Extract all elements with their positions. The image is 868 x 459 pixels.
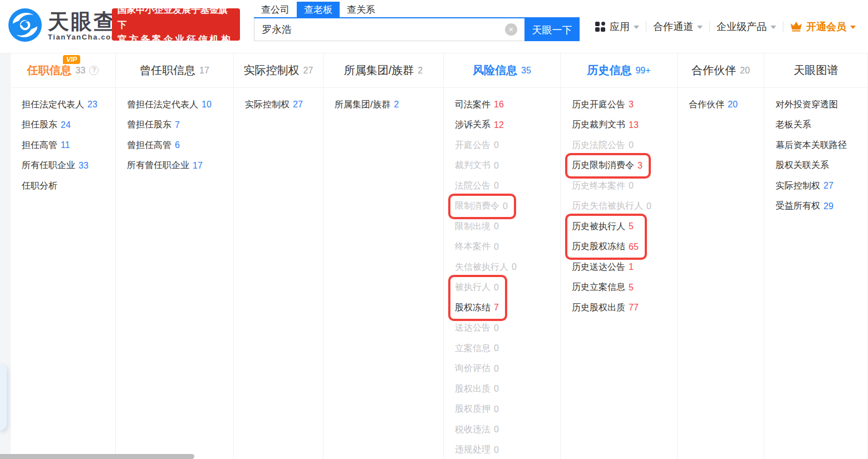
column-header-past-positions[interactable]: 曾任职信息17 xyxy=(116,53,233,88)
search-tab[interactable]: 查公司 xyxy=(254,2,297,17)
list-item[interactable]: 违规处理0 xyxy=(455,440,560,459)
list-item[interactable]: 立案信息0 xyxy=(455,338,560,359)
nav-item-item-2[interactable]: 企业级产品 xyxy=(710,20,783,33)
list-item[interactable]: 历史立案信息5 xyxy=(572,278,677,298)
result-category-columns: 任职信息33VIP?担任法定代表人23担任股东24担任高管11所有任职企业33任… xyxy=(0,53,868,459)
item-count: 0 xyxy=(494,323,499,333)
item-label: 股权出质 xyxy=(455,383,491,395)
search-button[interactable]: 天眼一下 xyxy=(524,18,580,41)
list-item[interactable]: 历史股权出质77 xyxy=(572,298,677,318)
list-item[interactable]: 股权关联关系 xyxy=(776,156,867,176)
column-count: 17 xyxy=(199,66,209,76)
list-item[interactable]: 限制消费令0 xyxy=(455,196,508,217)
list-item[interactable]: 曾担任股东7 xyxy=(127,115,233,136)
list-item[interactable]: 曾担任高管6 xyxy=(127,135,233,156)
tianyancha-logo[interactable]: 天眼查 TianYanCha.com xyxy=(8,8,119,45)
column-items: 对外投资穿透图老板关系幕后资本关联路径股权关联关系实际控制权27受益所有权29 xyxy=(764,88,867,216)
list-item[interactable]: 所属集团/族群2 xyxy=(335,95,443,115)
item-count: 20 xyxy=(728,100,738,110)
column-header-group[interactable]: 所属集团/族群2 xyxy=(323,53,443,88)
column-header-partners[interactable]: 合作伙伴20 xyxy=(678,53,764,88)
item-count: 0 xyxy=(494,283,499,293)
column-header-graph[interactable]: 天眼图谱 xyxy=(764,53,867,88)
list-item[interactable]: 询价评估0 xyxy=(455,359,560,379)
column-history: 历史信息99+历史开庭公告3历史裁判文书13历史法院公告0历史限制消费令3历史终… xyxy=(561,53,678,459)
list-item[interactable]: 终本案件0 xyxy=(455,237,560,258)
list-item[interactable]: 老板关系 xyxy=(776,115,867,136)
list-item[interactable]: 所有曾任职企业17 xyxy=(127,156,233,176)
clear-search-icon[interactable]: × xyxy=(505,23,517,36)
column-header-positions[interactable]: 任职信息33VIP? xyxy=(11,53,115,88)
nav-item-label: 应用 xyxy=(610,20,630,33)
list-item[interactable]: 受益所有权29 xyxy=(776,196,867,217)
list-item[interactable]: 司法案件16 xyxy=(455,95,560,115)
item-label: 历史失信被执行人 xyxy=(572,200,643,212)
item-count: 0 xyxy=(494,181,499,191)
list-item[interactable]: 历史被执行人5 xyxy=(572,216,639,237)
item-count: 17 xyxy=(193,161,203,171)
list-item[interactable]: 限制出境0 xyxy=(455,216,560,237)
list-item[interactable]: 送达公告0 xyxy=(455,318,560,339)
nav-item-item-1[interactable]: 合作通道 xyxy=(646,20,709,33)
list-item[interactable]: 历史终本案件0 xyxy=(572,176,677,196)
item-label: 送达公告 xyxy=(455,322,491,334)
nav-item-apps[interactable]: 应用 xyxy=(588,20,646,33)
item-label: 历史送达公告 xyxy=(572,261,625,273)
list-item[interactable]: 曾担任法定代表人10 xyxy=(127,95,233,115)
item-label: 税收违法 xyxy=(455,424,491,436)
column-header-history[interactable]: 历史信息99+ xyxy=(561,53,677,88)
list-item[interactable]: 担任股东24 xyxy=(22,115,115,136)
item-count: 11 xyxy=(61,140,70,150)
collapsed-side-widget[interactable] xyxy=(0,364,7,430)
list-item[interactable]: 历史限制消费令3 xyxy=(572,156,643,176)
item-count: 0 xyxy=(503,201,508,211)
list-item[interactable]: 历史送达公告1 xyxy=(572,257,677,278)
list-item[interactable]: 所有任职企业33 xyxy=(22,156,115,176)
list-item[interactable]: 幕后资本关联路径 xyxy=(776,135,867,156)
search-tab[interactable]: 查老板 xyxy=(297,2,340,17)
item-label: 受益所有权 xyxy=(776,200,820,212)
list-item[interactable]: 股权冻结7 xyxy=(455,298,499,318)
horizontal-scrollbar-thumb[interactable] xyxy=(0,454,194,459)
list-item[interactable]: 任职分析 xyxy=(22,176,115,196)
list-item[interactable]: 股权出质0 xyxy=(455,379,560,399)
list-item[interactable]: 担任高管11 xyxy=(22,135,115,156)
search-input[interactable] xyxy=(254,18,524,41)
column-past-positions: 曾任职信息17曾担任法定代表人10曾担任股东7曾担任高管6所有曾任职企业17 xyxy=(116,53,234,459)
column-group: 所属集团/族群2所属集团/族群2 xyxy=(323,53,444,459)
vip-badge: VIP xyxy=(63,55,80,64)
list-item[interactable]: 历史股权冻结65 xyxy=(572,237,639,258)
item-label: 询价评估 xyxy=(455,363,491,374)
item-label: 司法案件 xyxy=(455,99,491,111)
list-item[interactable]: 实际控制权27 xyxy=(245,95,323,115)
column-header-actual-control[interactable]: 实际控制权27 xyxy=(234,53,323,88)
list-item[interactable]: 开庭公告0 xyxy=(455,135,560,156)
search-tab[interactable]: 查关系 xyxy=(340,2,382,17)
nav-item-vip-membership[interactable]: 开通会员 xyxy=(783,20,862,33)
item-count: 0 xyxy=(494,384,499,394)
item-count: 33 xyxy=(79,161,89,171)
list-item[interactable]: 被执行人0 xyxy=(455,278,499,298)
column-title: 合作伙伴 xyxy=(692,63,736,78)
list-item[interactable]: 实际控制权27 xyxy=(776,176,867,196)
list-item[interactable]: 历史裁判文书13 xyxy=(572,115,677,136)
list-item[interactable]: 裁判文书0 xyxy=(455,156,560,176)
list-item[interactable]: 股权质押0 xyxy=(455,399,560,420)
item-label: 裁判文书 xyxy=(455,160,491,171)
list-item[interactable]: 担任法定代表人23 xyxy=(22,95,115,115)
item-label: 被执行人 xyxy=(455,282,491,293)
help-icon[interactable]: ? xyxy=(89,66,99,75)
column-items: 所属集团/族群2 xyxy=(323,88,443,115)
item-count: 3 xyxy=(637,161,643,171)
list-item[interactable]: 对外投资穿透图 xyxy=(776,95,867,115)
list-item[interactable]: 合作伙伴20 xyxy=(689,95,764,115)
list-item[interactable]: 涉诉关系12 xyxy=(455,115,560,136)
list-item[interactable]: 历史开庭公告3 xyxy=(572,95,677,115)
column-graph: 天眼图谱对外投资穿透图老板关系幕后资本关联路径股权关联关系实际控制权27受益所有… xyxy=(764,53,868,459)
tianyancha-eye-icon xyxy=(8,8,42,45)
item-label: 实际控制权 xyxy=(776,180,820,192)
column-header-risk[interactable]: 风险信息35 xyxy=(444,53,560,88)
list-item[interactable]: 税收违法0 xyxy=(455,419,560,440)
item-count: 5 xyxy=(629,283,634,293)
item-count: 7 xyxy=(175,120,180,130)
